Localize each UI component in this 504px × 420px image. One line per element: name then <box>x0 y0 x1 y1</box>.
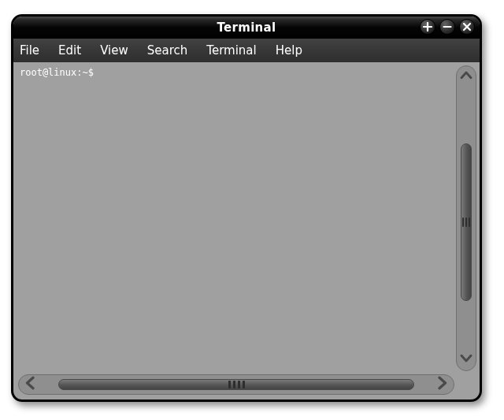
grip-icon <box>228 381 245 388</box>
scroll-up-button[interactable] <box>458 69 474 85</box>
grip-icon <box>462 217 470 227</box>
terminal-output[interactable]: root@linux:~$ <box>13 62 456 373</box>
vertical-scroll-thumb[interactable] <box>461 143 472 301</box>
horizontal-scroll-track[interactable] <box>43 375 430 394</box>
shell-prompt: root@linux:~$ <box>20 67 94 78</box>
menu-search[interactable]: Search <box>147 43 188 58</box>
horizontal-scroll-thumb[interactable] <box>58 379 414 390</box>
close-button[interactable] <box>459 19 475 35</box>
terminal-window: Terminal File Edit View Search <box>11 14 482 402</box>
window-controls <box>420 19 475 35</box>
new-tab-button[interactable] <box>420 19 435 35</box>
minimize-button[interactable] <box>439 19 455 35</box>
chevron-up-icon <box>460 69 472 85</box>
scroll-left-button[interactable] <box>22 377 39 392</box>
window-title: Terminal <box>13 20 480 35</box>
horizontal-scrollbar[interactable] <box>18 374 454 395</box>
menubar: File Edit View Search Terminal Help <box>13 39 480 62</box>
plus-icon <box>423 20 432 35</box>
close-icon <box>462 20 472 35</box>
menu-terminal[interactable]: Terminal <box>206 43 256 58</box>
vertical-scrollbar[interactable] <box>456 65 476 371</box>
menu-help[interactable]: Help <box>276 43 302 58</box>
menu-edit[interactable]: Edit <box>58 43 81 58</box>
menu-file[interactable]: File <box>20 43 39 58</box>
titlebar: Terminal <box>13 17 480 39</box>
vertical-scroll-track[interactable] <box>457 88 476 348</box>
scroll-right-button[interactable] <box>433 377 450 392</box>
scroll-down-button[interactable] <box>458 351 474 367</box>
minus-icon <box>443 20 452 35</box>
menu-view[interactable]: View <box>100 43 128 58</box>
chevron-right-icon <box>435 376 449 393</box>
chevron-left-icon <box>24 376 38 393</box>
body-area: root@linux:~$ <box>13 62 480 373</box>
chevron-down-icon <box>460 351 472 367</box>
